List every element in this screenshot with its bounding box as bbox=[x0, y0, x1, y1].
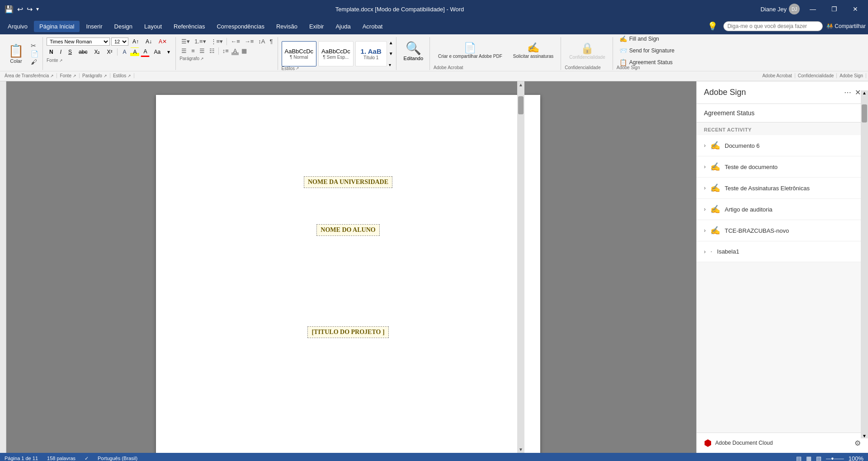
menu-referencias[interactable]: Referências bbox=[168, 21, 210, 32]
styles-expand-btn[interactable]: ↗ bbox=[296, 66, 299, 71]
change-case-btn[interactable]: ▾ bbox=[165, 47, 173, 56]
para-expand2[interactable]: ↗ bbox=[104, 74, 107, 78]
menu-arquivo[interactable]: Arquivo bbox=[2, 21, 33, 32]
panel-close-btn[interactable]: ✕ bbox=[855, 88, 861, 97]
zoom-slider[interactable]: —●—— bbox=[826, 456, 844, 461]
style-normal[interactable]: AaBbCcDc ¶ Normal bbox=[282, 41, 317, 66]
view-print-btn[interactable]: ▤ bbox=[796, 455, 802, 461]
menu-layout[interactable]: Layout bbox=[139, 21, 167, 32]
format-painter-btn[interactable]: 🖌 bbox=[29, 58, 40, 66]
styles-scroll-down[interactable]: ▼ bbox=[389, 51, 393, 56]
panel-expand-icon[interactable]: ⋯ bbox=[844, 88, 851, 97]
request-signatures-btn[interactable]: ✍ Solicitar assinaturas bbox=[509, 37, 558, 64]
fill-sign-btn[interactable]: ✍ Fill and Sign bbox=[617, 34, 677, 44]
view-read-btn[interactable]: ▧ bbox=[816, 455, 821, 461]
activity-name-5: Isabela1 bbox=[717, 248, 861, 255]
undo-btn[interactable]: ↩ bbox=[17, 5, 23, 14]
increase-indent-btn[interactable]: →≡ bbox=[243, 37, 256, 46]
highlight-btn[interactable]: A bbox=[130, 47, 139, 56]
styles-expand2[interactable]: ↗ bbox=[127, 74, 131, 78]
numbered-list-btn[interactable]: 1.≡▾ bbox=[193, 37, 208, 46]
close-window-btn[interactable]: ✕ bbox=[847, 0, 863, 18]
university-name-field[interactable]: NOME DA UNIVERSIDADE bbox=[304, 176, 392, 188]
scroll-down-btn[interactable]: ▼ bbox=[519, 447, 523, 452]
share-btn[interactable]: 🧑‍🤝‍🧑 Compartilhar bbox=[826, 23, 866, 29]
justify-btn[interactable]: ☷ bbox=[208, 47, 217, 55]
decrease-indent-btn[interactable]: ←≡ bbox=[229, 37, 242, 46]
paste-button[interactable]: 📋 Colar bbox=[5, 37, 28, 70]
menu-exibir[interactable]: Exibir bbox=[304, 21, 330, 32]
panel-scrollbar-v[interactable]: ▲ ▼ bbox=[861, 90, 868, 438]
clear-format-btn[interactable]: A✕ bbox=[156, 37, 170, 46]
align-right-btn[interactable]: ☰ bbox=[198, 47, 207, 55]
panel-scroll-down[interactable]: ▼ bbox=[862, 433, 867, 438]
line-spacing-btn[interactable]: ↕≡ bbox=[221, 47, 231, 55]
send-signature-btn[interactable]: 📨 Send for Signature bbox=[617, 46, 677, 56]
decrease-font-btn[interactable]: A↓ bbox=[143, 37, 155, 46]
bold-btn[interactable]: N bbox=[47, 47, 56, 56]
activity-item-4[interactable]: › ✍ TCE-BRAZCUBAS-novo bbox=[697, 220, 868, 241]
menu-inserir[interactable]: Inserir bbox=[80, 21, 108, 32]
student-name-field[interactable]: NOME DO ALUNO bbox=[316, 224, 379, 236]
save-icon[interactable]: 💾 bbox=[5, 5, 14, 14]
confidentiality-btn[interactable]: 🔒 Confidencialidade bbox=[565, 37, 610, 64]
multilevel-list-btn[interactable]: ⋮≡▾ bbox=[209, 37, 225, 46]
activity-item-3[interactable]: › ✍ Artigo de auditoria bbox=[697, 199, 868, 220]
underline-btn[interactable]: S bbox=[66, 47, 75, 56]
show-marks-btn[interactable]: ¶ bbox=[268, 37, 275, 46]
panel-scroll-up[interactable]: ▲ bbox=[862, 90, 867, 95]
scroll-up-btn[interactable]: ▲ bbox=[519, 82, 523, 87]
style-titulo1[interactable]: 1. AaB Título 1 bbox=[355, 41, 387, 66]
search-help-input[interactable] bbox=[723, 21, 823, 31]
text-effects-btn[interactable]: A bbox=[120, 47, 129, 56]
scroll-thumb[interactable] bbox=[518, 96, 524, 114]
styles-scroll-up[interactable]: ▲ bbox=[389, 40, 393, 45]
font-shading-btn[interactable]: Aa bbox=[151, 47, 163, 56]
activity-item-0[interactable]: › ✍ Documento 6 bbox=[697, 135, 868, 156]
menu-revisao[interactable]: Revisão bbox=[271, 21, 303, 32]
cut-btn[interactable]: ✂ bbox=[29, 42, 40, 50]
activity-item-5[interactable]: › · Isabela1 bbox=[697, 241, 868, 262]
menu-acrobat[interactable]: Acrobat bbox=[357, 21, 388, 32]
font-color-btn[interactable]: A bbox=[141, 47, 150, 57]
clipboard-expand[interactable]: ↗ bbox=[50, 74, 54, 78]
redo-btn[interactable]: ↪ bbox=[27, 5, 33, 14]
activity-item-2[interactable]: › ✍ Teste de Assinaturas Eletrônicas bbox=[697, 178, 868, 199]
panel-scroll-thumb[interactable] bbox=[862, 104, 867, 122]
maximize-window-btn[interactable]: ❐ bbox=[826, 0, 843, 18]
borders-btn[interactable]: ▦ bbox=[240, 47, 249, 55]
font-family-select[interactable]: Times New Roman bbox=[47, 38, 110, 46]
para-expand-btn[interactable]: ↗ bbox=[200, 56, 204, 61]
zoom-level[interactable]: 100% bbox=[849, 455, 863, 461]
font-expand-btn[interactable]: ↗ bbox=[59, 58, 63, 63]
font-size-select[interactable]: 12 bbox=[111, 38, 128, 46]
document-area[interactable]: NOME DA UNIVERSIDADE NOME DO ALUNO [TITU… bbox=[0, 81, 696, 453]
doc-scrollbar-v[interactable]: ▲ ▼ bbox=[517, 81, 524, 453]
align-left-btn[interactable]: ☰ bbox=[179, 47, 189, 55]
style-sem-esp[interactable]: AaBbCcDc ¶ Sem Esp... bbox=[318, 41, 354, 66]
project-title-field[interactable]: [TITULO DO PROJETO ] bbox=[307, 326, 388, 338]
menu-design[interactable]: Design bbox=[109, 21, 138, 32]
copy-btn[interactable]: 📄 bbox=[29, 50, 40, 58]
align-center-btn[interactable]: ≡ bbox=[189, 47, 197, 55]
restore-window-btn[interactable]: — bbox=[804, 0, 821, 18]
superscript-btn[interactable]: X² bbox=[104, 47, 115, 56]
editing-label: Editando bbox=[404, 56, 423, 61]
sort-btn[interactable]: ↕A bbox=[256, 37, 267, 46]
menu-ajuda[interactable]: Ajuda bbox=[330, 21, 356, 32]
view-web-btn[interactable]: ▦ bbox=[806, 455, 811, 461]
strikethrough-btn[interactable]: abc bbox=[76, 47, 90, 56]
subscript-btn[interactable]: X₂ bbox=[91, 47, 103, 56]
activity-item-1[interactable]: › ✍ Teste de documento bbox=[697, 156, 868, 178]
menu-correspondencias[interactable]: Correspondências bbox=[211, 21, 270, 32]
settings-icon[interactable]: ⚙ bbox=[854, 439, 861, 447]
create-pdf-btn[interactable]: 📄 Criar e compartilhar Adobe PDF bbox=[434, 37, 507, 64]
increase-font-btn[interactable]: A↑ bbox=[130, 37, 142, 46]
shading-btn[interactable]: A bbox=[231, 47, 239, 55]
italic-btn[interactable]: I bbox=[57, 47, 64, 56]
font-expand2[interactable]: ↗ bbox=[73, 74, 76, 78]
styles-more-btn[interactable]: ▾ bbox=[389, 62, 393, 67]
menu-pagina-inicial[interactable]: Página Inicial bbox=[34, 21, 80, 32]
bullet-list-btn[interactable]: ☰▾ bbox=[179, 37, 192, 46]
editing-btn[interactable]: 🔍 Editando bbox=[400, 37, 427, 64]
